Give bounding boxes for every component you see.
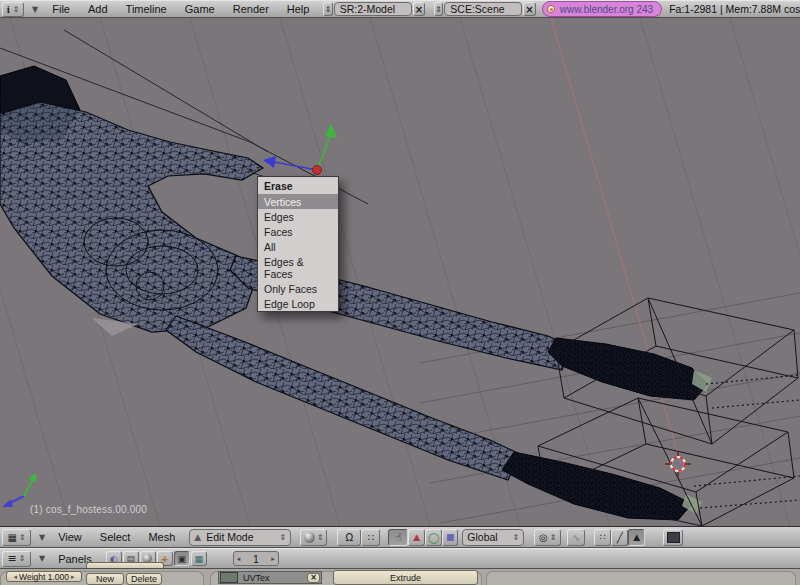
object-axes-icon: [2, 473, 36, 507]
blender-logo-icon: [547, 5, 555, 13]
version-badge-text: www.blender.org 243: [560, 4, 653, 15]
grid-icon: ▦: [7, 532, 16, 543]
manipulator-toggle-button[interactable]: ☝: [388, 529, 408, 546]
erase-item-edge-loop[interactable]: Edge Loop: [258, 296, 338, 311]
frame-decrement-icon[interactable]: ◂: [237, 555, 241, 563]
screen-close-button[interactable]: ×: [413, 2, 425, 16]
menu-add[interactable]: Add: [79, 3, 117, 15]
menu-mesh[interactable]: Mesh: [139, 531, 184, 543]
edge-select-mode-button[interactable]: ╱: [611, 529, 628, 546]
mesh-torso: [0, 102, 263, 336]
panel-tab-strip: [86, 562, 164, 568]
frame-number-field[interactable]: ◂ 1 ▸: [233, 551, 279, 566]
erase-menu-title: Erase: [258, 177, 338, 194]
dropdown-arrows-icon: ⇕: [550, 533, 557, 542]
render-preview-button[interactable]: [663, 529, 683, 546]
falloff-button[interactable]: ∿: [567, 529, 585, 546]
slider-left-icon[interactable]: ◂: [14, 573, 18, 581]
view3d-header: ▦ ⇕ ▼ View Select Mesh ▲ Edit Mode ⇕ ⇕ Ω…: [0, 526, 800, 548]
mesh-left-leg: [166, 316, 702, 520]
proportional-edit-button[interactable]: ◎ ⇕: [534, 529, 561, 546]
snap-target-button[interactable]: ∷: [361, 529, 380, 546]
erase-item-faces[interactable]: Faces: [258, 224, 338, 239]
menu-game[interactable]: Game: [176, 3, 224, 15]
version-badge: www.blender.org 243: [542, 1, 662, 17]
menu-file[interactable]: File: [43, 3, 79, 15]
active-object-label: (1) cos_f_hostess.00.000: [30, 504, 147, 515]
collapse-menus-icon[interactable]: ▼: [39, 554, 45, 563]
viewport-canvas: [0, 18, 800, 526]
transform-manipulator-icon: [263, 124, 337, 175]
face-select-mode-button[interactable]: ▲: [628, 529, 645, 546]
window-type-arrows-icon: ⇕: [19, 533, 26, 542]
3d-cursor-icon: [665, 451, 691, 477]
erase-popup-menu: Erase Vertices Edges Faces All Edges & F…: [257, 176, 339, 312]
erase-item-edges[interactable]: Edges: [258, 209, 338, 224]
bars-icon: ≡: [8, 552, 17, 565]
dropdown-arrows-icon: ⇕: [280, 533, 287, 542]
screen-browse-button[interactable]: ⇕: [323, 2, 332, 16]
uvtex-delete-icon[interactable]: ×: [307, 573, 320, 583]
window-type-buttons-button[interactable]: ≡ ⇕: [2, 551, 31, 567]
translate-manipulator-button[interactable]: ▲: [408, 529, 425, 546]
info-icon: i: [7, 3, 10, 15]
buttons-window-content: ◂ Weight 1.000 ▸ New Delete UVTex × Extr…: [0, 569, 800, 585]
vertex-select-mode-button[interactable]: ∷: [594, 529, 611, 546]
rotate-manipulator-button[interactable]: ◯: [425, 529, 442, 546]
mode-selector[interactable]: ▲ Edit Mode ⇕: [189, 529, 291, 546]
panel-outline-right: [486, 571, 796, 585]
weight-slider-value: Weight 1.000: [19, 572, 69, 582]
window-type-info-button[interactable]: i ⇕: [2, 2, 24, 17]
screen-selector[interactable]: SR:2-Model: [334, 2, 412, 16]
collapse-menus-icon[interactable]: ▼: [32, 5, 38, 14]
uvtex-field[interactable]: UVTex ×: [218, 571, 322, 584]
window-type-arrows-icon: ⇕: [13, 5, 20, 14]
shaded-sphere-icon: [304, 532, 315, 543]
erase-item-only-faces[interactable]: Only Faces: [258, 281, 338, 296]
new-button[interactable]: New: [86, 573, 124, 585]
collapse-menus-icon[interactable]: ▼: [39, 533, 45, 542]
proportional-icon: ◎: [539, 532, 548, 543]
pivot-point-button[interactable]: Ω: [337, 529, 361, 546]
image-icon: [667, 532, 680, 543]
dropdown-arrows-icon: ⇕: [513, 533, 520, 542]
extrude-button[interactable]: Extrude: [333, 570, 478, 585]
editing-context-button[interactable]: ▣: [174, 551, 190, 566]
dotted-lines: [694, 375, 800, 508]
delete-button[interactable]: Delete: [126, 573, 162, 585]
scene-selector[interactable]: SCE:Scene: [444, 2, 522, 16]
uvtex-name: UVTex: [238, 573, 307, 583]
info-header: i ⇕ ▼ File Add Timeline Game Render Help…: [0, 0, 800, 18]
scene-close-button[interactable]: ×: [523, 2, 535, 16]
orientation-value: Global: [467, 531, 512, 543]
scale-manipulator-button[interactable]: ■: [442, 529, 458, 546]
draw-type-button[interactable]: ⇕: [300, 529, 327, 546]
screen-selector-value: SR:2-Model: [340, 3, 395, 15]
scene-stats: Fa:1-2981 | Mem:7.88M cos_f_hos: [669, 3, 800, 15]
menu-help[interactable]: Help: [278, 3, 319, 15]
frame-number-value: 1: [253, 553, 259, 565]
frame-increment-icon[interactable]: ▸: [271, 555, 275, 563]
mode-selector-value: Edit Mode: [206, 531, 279, 543]
menu-select[interactable]: Select: [91, 531, 140, 543]
window-type-arrows-icon: ⇕: [19, 554, 26, 563]
scene-browse-button[interactable]: ⇕: [434, 2, 443, 16]
scene-selector-value: SCE:Scene: [450, 3, 504, 15]
menu-timeline[interactable]: Timeline: [117, 3, 176, 15]
uvtex-swatch: [220, 572, 238, 583]
erase-item-vertices[interactable]: Vertices: [258, 194, 338, 209]
slider-right-icon[interactable]: ▸: [71, 573, 75, 581]
erase-item-edges-faces[interactable]: Edges & Faces: [258, 254, 338, 281]
menu-view[interactable]: View: [49, 531, 91, 543]
scene-context-button[interactable]: ▦: [191, 551, 207, 566]
weight-slider[interactable]: ◂ Weight 1.000 ▸: [6, 571, 82, 582]
erase-item-all[interactable]: All: [258, 239, 338, 254]
orientation-selector[interactable]: Global ⇕: [462, 529, 524, 546]
window-type-3dview-button[interactable]: ▦ ⇕: [2, 529, 31, 546]
editmode-icon: ▲: [194, 532, 201, 542]
menu-render[interactable]: Render: [224, 3, 278, 15]
3d-viewport[interactable]: (1) cos_f_hostess.00.000 Erase Vertices …: [0, 18, 800, 526]
dropdown-arrows-icon: ⇕: [317, 533, 324, 542]
